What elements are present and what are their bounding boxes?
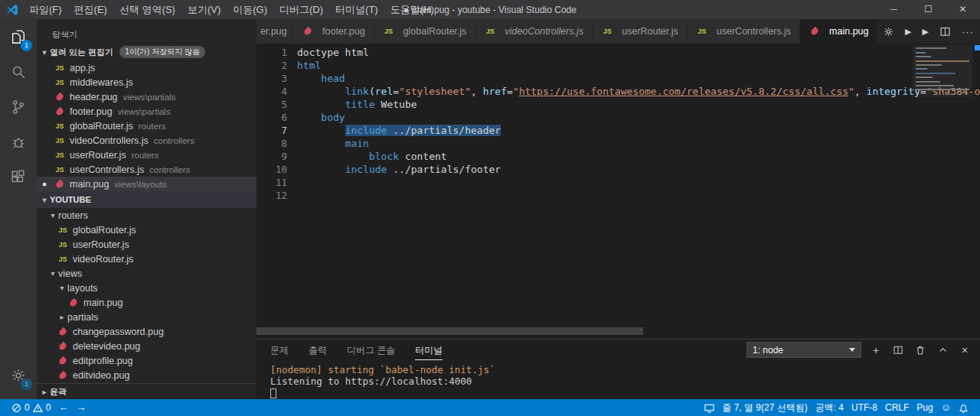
debug-icon[interactable] [0,125,37,160]
open-editor-item[interactable]: JS app.js [37,60,256,75]
panel-tab-terminal[interactable]: 터미널 [415,340,443,360]
back-icon[interactable]: ← [54,399,72,416]
explorer-icon[interactable]: 1 [0,19,37,54]
line-number[interactable]: 10 [256,163,287,176]
line-number[interactable]: 11 [256,176,287,189]
tree-file[interactable]: changepassword.pug [37,324,256,339]
open-editor-item[interactable]: JS middlewares.js [37,75,256,89]
extensions-icon[interactable] [0,160,37,195]
code-line[interactable]: 1 doctype html [256,46,980,59]
add-terminal-icon[interactable]: + [868,344,884,356]
search-icon[interactable] [0,54,37,89]
line-number[interactable]: 8 [256,137,287,150]
menu-file[interactable]: 파일(F) [23,0,68,19]
minimap[interactable] [913,45,972,93]
language-mode-status[interactable]: Pug [913,402,936,413]
tree-folder-routers[interactable]: ▾ routers [37,208,256,223]
tree-folder-layouts[interactable]: ▾ layouts [37,281,256,295]
horizontal-scrollbar[interactable] [256,327,643,335]
gear-icon[interactable] [883,26,894,37]
project-root-header[interactable]: ▾ YOUTUBE [37,191,256,208]
code-line[interactable]: 3 head [256,72,980,85]
tab-userrouter-js[interactable]: JS userRouter.js [593,19,688,44]
outline-section-header[interactable]: ▸ 윤곽 [37,383,256,399]
code-line[interactable]: 11 [256,176,980,189]
code-line[interactable]: 8 main [256,137,980,150]
open-editor-item[interactable]: JS videoControllers.js controllers [37,133,256,148]
tab-header-pug[interactable]: er.pug [256,19,293,44]
maximize-icon[interactable]: ☐ [911,0,946,19]
tree-file[interactable]: deletevideo.pug [37,339,256,353]
forward-icon[interactable]: → [72,399,90,416]
tab-usercontrollers-js[interactable]: JS userControllers.js [688,19,800,44]
tree-file[interactable]: editprofile.pug [37,353,256,368]
tree-file[interactable]: JS videoRouter.js [37,252,256,266]
tree-file[interactable]: editvideo.pug [37,368,256,382]
split-terminal-icon[interactable] [890,345,906,356]
tab-footer-pug[interactable]: footer.pug [293,19,374,44]
close-icon[interactable]: ✕ [946,0,980,19]
code-line[interactable]: 10 include ../partials/footer [256,163,980,176]
modified-dot-icon[interactable]: ● [42,177,47,191]
settings-gear-icon[interactable]: 1 [0,358,37,393]
trash-icon[interactable] [913,345,928,356]
problems-status[interactable]: 0 0 [8,402,54,413]
line-number[interactable]: 12 [256,189,287,202]
open-editor-item[interactable]: JS globalRouter.js routers [37,119,256,133]
line-number[interactable]: 5 [256,98,287,111]
code-line[interactable]: 12 [256,189,980,202]
tree-file[interactable]: JS userRouter.js [37,237,256,252]
vscode-logo-icon[interactable] [6,4,18,16]
menu-edit[interactable]: 편집(E) [68,0,113,19]
line-number[interactable]: 3 [256,72,287,85]
code-line[interactable]: 6 body [256,111,980,124]
close-panel-icon[interactable]: × [957,344,972,356]
maximize-panel-icon[interactable] [935,345,950,355]
source-control-icon[interactable] [0,89,37,125]
line-number[interactable]: 6 [256,111,287,124]
menu-go[interactable]: 이동(G) [227,0,273,19]
tree-folder-views[interactable]: ▾ views [37,266,256,281]
tree-file[interactable]: JS globalRouter.js [37,223,256,237]
bell-icon[interactable] [955,403,972,413]
tree-file[interactable]: main.pug [37,295,256,310]
line-number[interactable]: 9 [256,150,287,163]
terminal[interactable]: [nodemon] starting `babel-node init.js` … [256,360,980,398]
more-actions-icon[interactable]: ··· [962,26,974,37]
minimap-slider[interactable] [913,45,972,97]
panel-tab-debug-console[interactable]: 디버그 콘솔 [347,340,395,360]
open-editor-item[interactable]: header.pug views\partials [37,89,256,104]
cursor-position-status[interactable]: 줄 7, 열 9(27 선택됨) [718,401,811,414]
eol-status[interactable]: CRLF [881,402,913,413]
code-line[interactable]: 4 link(rel="stylesheet", href="https://u… [256,85,980,98]
tab-globalrouter-js[interactable]: JS globalRouter.js [374,19,476,44]
line-number[interactable]: 7 [256,124,287,137]
line-number[interactable]: 2 [256,59,287,72]
menu-terminal[interactable]: 터미널(T) [329,0,384,19]
smiley-icon[interactable]: ☺ [937,399,955,416]
tree-folder-partials[interactable]: ▸ partials [37,310,256,324]
code-line-current[interactable]: 7 include ../partials/header [256,124,980,137]
menu-debug[interactable]: 디버그(D) [273,0,329,19]
open-editor-item[interactable]: JS userRouter.js routers [37,148,256,162]
panel-tab-problems[interactable]: 문제 [270,340,289,360]
menu-selection[interactable]: 선택 영역(S) [113,0,181,19]
open-editor-item-active[interactable]: ● main.pug views\layouts [37,177,256,191]
code-editor[interactable]: 1 doctype html 2 html 3 head 4 link(rel=… [256,44,980,339]
tab-videocontrollers-js[interactable]: JS videoControllers.js [475,19,593,44]
encoding-status[interactable]: UTF-8 [848,402,881,413]
minimize-icon[interactable]: ─ [877,0,911,19]
open-editor-item[interactable]: footer.pug views\partials [37,104,256,119]
indentation-status[interactable]: 공백: 4 [812,401,848,414]
open-editors-header[interactable]: ▾ 열려 있는 편집기 1이(가) 저장되지 않음 [37,44,256,60]
code-line[interactable]: 9 block content [256,150,980,163]
terminal-select[interactable]: 1: node [746,342,861,358]
panel-tab-output[interactable]: 출력 [309,340,327,360]
run-icon[interactable]: ▶ [905,27,911,37]
line-number[interactable]: 4 [256,85,287,98]
menu-view[interactable]: 보기(V) [181,0,227,19]
code-line[interactable]: 2 html [256,59,980,72]
screencast-icon[interactable] [701,403,718,413]
split-editor-icon[interactable] [939,26,951,37]
code-line[interactable]: 5 title Wetube [256,98,980,111]
